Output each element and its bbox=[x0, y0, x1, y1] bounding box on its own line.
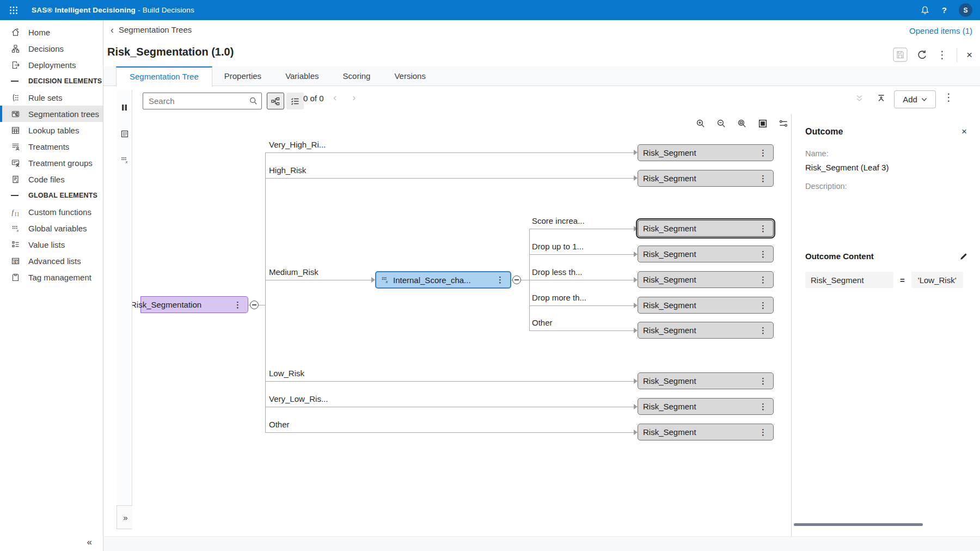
node-kebab-icon[interactable]: ⋮ bbox=[756, 402, 770, 412]
sidebar-item-advanced-lists[interactable]: a6 Advanced lists bbox=[0, 253, 103, 269]
connector-line bbox=[265, 381, 634, 382]
leaf-node-risk-segment[interactable]: Risk_Segment⋮ bbox=[638, 297, 774, 314]
sidebar-item-treatments[interactable]: Treatments bbox=[0, 138, 103, 155]
divider bbox=[957, 48, 957, 62]
node-kebab-icon[interactable]: ⋮ bbox=[756, 427, 770, 437]
connector-line bbox=[529, 330, 634, 331]
sidebar-item-global-variables[interactable]: x Global variables bbox=[0, 220, 103, 236]
overview-minimap-icon[interactable] bbox=[758, 119, 768, 128]
home-icon bbox=[11, 28, 21, 37]
search-input[interactable] bbox=[143, 93, 262, 109]
leaf-node-risk-segment-selected[interactable]: Risk_Segment⋮ bbox=[638, 220, 774, 237]
sidebar-item-decisions[interactable]: Decisions bbox=[0, 40, 103, 57]
sidebar-item-rule-sets[interactable]: Rule sets bbox=[0, 89, 103, 106]
sidebar-item-lookup-tables[interactable]: Lookup tables bbox=[0, 122, 103, 138]
avatar[interactable]: S bbox=[959, 3, 972, 17]
opened-items-link[interactable]: Opened items (1) bbox=[909, 26, 972, 35]
tab-segmentation-tree[interactable]: Segmentation Tree bbox=[116, 66, 212, 87]
breadcrumb-link[interactable]: Segmentation Trees bbox=[119, 25, 192, 34]
sidebar-item-home[interactable]: Home bbox=[0, 24, 103, 40]
node-kebab-icon[interactable]: ⋮ bbox=[756, 326, 770, 335]
arrowhead bbox=[634, 430, 638, 435]
global-variables-icon: x bbox=[11, 224, 21, 233]
tab-scoring[interactable]: Scoring bbox=[331, 66, 383, 85]
arrowhead bbox=[634, 303, 638, 308]
add-button[interactable]: Add bbox=[894, 90, 936, 108]
node-kebab-icon[interactable]: ⋮ bbox=[756, 174, 770, 183]
data-grid-icon[interactable] bbox=[117, 126, 132, 142]
previous-result-icon[interactable]: ‹ bbox=[333, 91, 336, 103]
node-kebab-icon[interactable]: ⋮ bbox=[756, 249, 770, 259]
node-kebab-icon[interactable]: ⋮ bbox=[231, 300, 244, 310]
sidebar-item-treatment-groups[interactable]: Treatment groups bbox=[0, 155, 103, 171]
horizontal-scrollbar[interactable] bbox=[794, 523, 923, 526]
sidebar-collapse-icon[interactable]: « bbox=[87, 537, 92, 548]
leaf-node-risk-segment[interactable]: Risk_Segment⋮ bbox=[638, 424, 774, 440]
close-icon[interactable]: × bbox=[966, 50, 972, 60]
section-dash-icon bbox=[11, 195, 20, 196]
node-kebab-icon[interactable]: ⋮ bbox=[756, 224, 770, 234]
node-label: Internal_Score_cha... bbox=[393, 276, 471, 285]
connector-line bbox=[265, 152, 634, 153]
node-kebab-icon[interactable]: ⋮ bbox=[756, 301, 770, 310]
node-kebab-icon[interactable]: ⋮ bbox=[756, 376, 770, 386]
sidebar-item-segmentation-trees[interactable]: Segmentation trees bbox=[0, 106, 103, 122]
more-actions-kebab-icon[interactable]: ⋮ bbox=[937, 50, 947, 60]
segmentation-tree-canvas[interactable]: Very_High_Ri... High_Risk Medium_Risk Lo… bbox=[132, 114, 791, 536]
list-view-toggle[interactable] bbox=[286, 93, 304, 109]
arrowhead bbox=[634, 404, 638, 409]
node-label: Risk_Segment bbox=[643, 427, 696, 437]
tree-view-toggle[interactable] bbox=[267, 93, 284, 109]
treatment-groups-icon bbox=[11, 158, 21, 168]
edit-pencil-icon[interactable] bbox=[959, 252, 968, 261]
zoom-in-icon[interactable] bbox=[696, 119, 706, 128]
leaf-node-risk-segment[interactable]: Risk_Segment⋮ bbox=[638, 271, 774, 288]
sidebar-item-deployments[interactable]: Deployments bbox=[0, 57, 103, 73]
collapse-all-icon[interactable] bbox=[877, 94, 886, 103]
root-node-risk-segmentation[interactable]: Risk_Segmentation ⋮ bbox=[140, 296, 248, 313]
sidebar-item-custom-functions[interactable]: f[ ] Custom functions bbox=[0, 204, 103, 220]
leaf-node-risk-segment[interactable]: Risk_Segment⋮ bbox=[638, 144, 774, 161]
back-chevron-icon[interactable]: ‹ bbox=[111, 26, 114, 34]
collapse-branch-toggle[interactable] bbox=[250, 301, 259, 309]
sidebar-section-decision-elements: DECISION ELEMENTS bbox=[0, 73, 103, 89]
sidebar-item-code-files[interactable]: Code files bbox=[0, 171, 103, 187]
search-icon bbox=[249, 96, 258, 106]
tab-variables[interactable]: Variables bbox=[273, 66, 330, 85]
help-icon[interactable]: ? bbox=[942, 5, 947, 15]
leaf-node-risk-segment[interactable]: Risk_Segment⋮ bbox=[638, 398, 774, 415]
section-dash-icon bbox=[11, 81, 20, 82]
arrowhead bbox=[634, 328, 638, 333]
tab-versions[interactable]: Versions bbox=[382, 66, 438, 85]
layout-options-icon[interactable] bbox=[779, 119, 788, 128]
notifications-bell-icon[interactable] bbox=[920, 5, 930, 15]
sidebar-item-label: Treatments bbox=[28, 142, 69, 151]
zoom-out-icon[interactable] bbox=[716, 119, 726, 128]
next-result-icon[interactable]: › bbox=[352, 91, 356, 103]
toolbar-kebab-icon[interactable]: ⋮ bbox=[944, 92, 954, 103]
connector-line bbox=[529, 254, 634, 255]
breadcrumb: ‹ Segmentation Trees bbox=[111, 25, 192, 34]
leaf-node-risk-segment[interactable]: Risk_Segment⋮ bbox=[638, 372, 774, 389]
node-kebab-icon[interactable]: ⋮ bbox=[493, 275, 507, 285]
leaf-node-risk-segment[interactable]: Risk_Segment⋮ bbox=[638, 322, 774, 339]
zoom-fit-icon[interactable] bbox=[737, 119, 747, 128]
leaf-node-risk-segment[interactable]: Risk_Segment⋮ bbox=[638, 170, 774, 187]
panel-close-icon[interactable]: × bbox=[961, 126, 967, 137]
internal-node-internal-score-change[interactable]: x Internal_Score_cha... ⋮ bbox=[375, 271, 511, 289]
node-kebab-icon[interactable]: ⋮ bbox=[756, 148, 770, 158]
sidebar-item-value-lists[interactable]: Value lists bbox=[0, 236, 103, 253]
variables-panel-icon[interactable]: x bbox=[117, 152, 132, 168]
node-kebab-icon[interactable]: ⋮ bbox=[756, 275, 770, 285]
tab-properties[interactable]: Properties bbox=[212, 66, 273, 85]
panel-columns-icon[interactable] bbox=[117, 99, 132, 115]
expand-all-icon[interactable] bbox=[855, 94, 864, 103]
node-label: Risk_Segment bbox=[643, 402, 696, 411]
app-switcher-icon[interactable] bbox=[7, 3, 21, 17]
save-button[interactable] bbox=[893, 47, 908, 62]
sidebar-item-tag-management[interactable]: Tag management bbox=[0, 269, 103, 285]
collapse-branch-toggle[interactable] bbox=[512, 276, 521, 284]
refresh-icon[interactable] bbox=[917, 50, 928, 60]
assignment-operator: = bbox=[900, 276, 905, 285]
leaf-node-risk-segment[interactable]: Risk_Segment⋮ bbox=[638, 246, 774, 262]
